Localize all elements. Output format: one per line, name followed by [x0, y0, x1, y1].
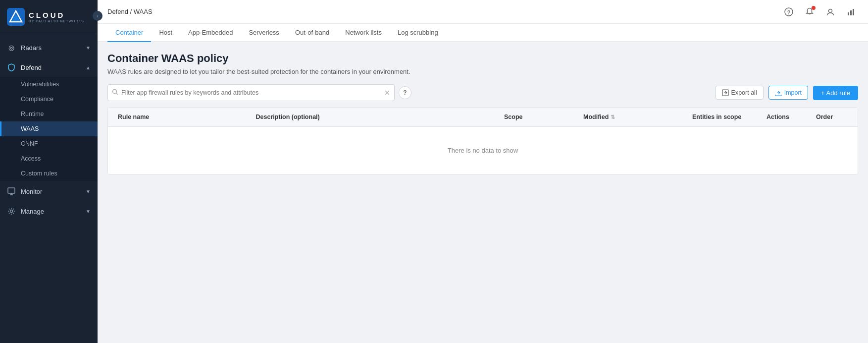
- nav-section-manage: Manage ▼: [0, 202, 98, 221]
- column-header-order: Order: [812, 108, 852, 126]
- sidebar-item-cnnf[interactable]: CNNF: [0, 136, 98, 151]
- tab-serverless[interactable]: Serverless: [241, 24, 287, 42]
- page-description: WAAS rules are designed to let you tailo…: [107, 68, 858, 75]
- sidebar-item-manage-label: Manage: [21, 208, 44, 215]
- svg-point-13: [113, 90, 117, 94]
- chevron-down-icon: ▼: [86, 189, 91, 194]
- help-icon[interactable]: ?: [782, 5, 796, 19]
- sidebar-item-radars[interactable]: ◎ Radars ▼: [0, 38, 98, 57]
- filter-help-button[interactable]: ?: [399, 86, 411, 99]
- svg-rect-3: [8, 188, 15, 193]
- svg-rect-10: [848, 12, 849, 15]
- topbar-actions: ?: [782, 5, 858, 19]
- sidebar: CLOUD BY PALO ALTO NETWORKS ‹ ◎ Radars ▼…: [0, 0, 98, 343]
- export-icon: [722, 89, 729, 96]
- column-header-modified[interactable]: Modified ⇅: [579, 108, 688, 126]
- radars-icon: ◎: [7, 43, 16, 52]
- tab-bar: Container Host App-Embedded Serverless O…: [98, 24, 868, 42]
- sidebar-collapse-button[interactable]: ‹: [93, 11, 102, 21]
- nav-section-monitor: Monitor ▼: [0, 182, 98, 201]
- sidebar-item-manage[interactable]: Manage ▼: [0, 202, 98, 221]
- defend-sub-items: Vulnerabilities Compliance Runtime WAAS …: [0, 77, 98, 181]
- column-header-entities-in-scope: Entities in scope: [688, 108, 763, 126]
- sidebar-item-monitor[interactable]: Monitor ▼: [0, 182, 98, 201]
- svg-point-9: [829, 9, 832, 12]
- svg-point-6: [10, 210, 13, 213]
- export-all-button[interactable]: Export all: [715, 86, 764, 100]
- sidebar-item-defend-label: Defend: [21, 64, 42, 71]
- page-title: Container WAAS policy: [107, 52, 858, 65]
- tab-container[interactable]: Container: [107, 24, 151, 42]
- tab-network-lists[interactable]: Network lists: [337, 24, 390, 42]
- nav-section-defend: Defend ▲ Vulnerabilities Compliance Runt…: [0, 58, 98, 181]
- filter-input[interactable]: [121, 89, 384, 96]
- chevron-down-icon: ▼: [86, 45, 91, 51]
- filter-icon: [112, 89, 118, 97]
- defend-icon: [7, 63, 16, 72]
- chevron-up-icon: ▲: [86, 65, 91, 70]
- main-content: Defend / WAAS ?: [98, 0, 868, 343]
- sidebar-nav: ◎ Radars ▼ Defend ▲ Vulnerabilities: [0, 34, 98, 343]
- page-content: Container WAAS policy WAAS rules are des…: [98, 42, 868, 343]
- sidebar-item-compliance[interactable]: Compliance: [0, 92, 98, 107]
- sidebar-item-access[interactable]: Access: [0, 151, 98, 166]
- toolbar: ✕ ? Export all Import: [107, 84, 858, 101]
- column-header-description: Description (optional): [252, 108, 500, 126]
- sidebar-item-waas[interactable]: WAAS: [0, 121, 98, 136]
- svg-rect-12: [853, 9, 854, 15]
- column-header-scope: Scope: [500, 108, 579, 126]
- user-icon[interactable]: [823, 5, 837, 19]
- sidebar-item-vulnerabilities[interactable]: Vulnerabilities: [0, 77, 98, 92]
- logo-subtitle: BY PALO ALTO NETWORKS: [29, 19, 84, 23]
- data-table: Rule name Description (optional) Scope M…: [107, 107, 858, 174]
- chevron-down-icon: ▼: [86, 209, 91, 214]
- filter-area: ✕ ?: [107, 84, 411, 101]
- breadcrumb-parent: Defend: [107, 8, 130, 15]
- add-rule-button[interactable]: + Add rule: [813, 86, 858, 100]
- monitor-icon: [7, 187, 16, 196]
- breadcrumb-separator: /: [130, 8, 134, 15]
- sidebar-item-monitor-label: Monitor: [21, 188, 42, 195]
- sidebar-item-radars-label: Radars: [21, 44, 42, 52]
- breadcrumb-current: WAAS: [134, 8, 153, 15]
- tab-out-of-band[interactable]: Out-of-band: [287, 24, 337, 42]
- svg-rect-11: [850, 10, 852, 15]
- manage-icon: [7, 207, 16, 216]
- sidebar-item-custom-rules[interactable]: Custom rules: [0, 166, 98, 181]
- logo-title: CLOUD: [29, 11, 84, 19]
- nav-section-radars: ◎ Radars ▼: [0, 38, 98, 57]
- table-empty-message: There is no data to show: [108, 127, 858, 174]
- tab-app-embedded[interactable]: App-Embedded: [180, 24, 241, 42]
- import-icon: [775, 89, 782, 96]
- logo: CLOUD BY PALO ALTO NETWORKS: [0, 0, 98, 34]
- breadcrumb: Defend / WAAS: [107, 8, 153, 15]
- cloud-logo-icon: [7, 8, 25, 26]
- chart-icon[interactable]: [844, 5, 858, 19]
- filter-input-wrap: ✕: [107, 84, 395, 101]
- import-button[interactable]: Import: [768, 86, 808, 100]
- sidebar-item-runtime[interactable]: Runtime: [0, 107, 98, 121]
- svg-line-14: [116, 93, 118, 95]
- column-header-rule-name: Rule name: [114, 108, 252, 126]
- filter-clear-icon[interactable]: ✕: [384, 89, 390, 97]
- notifications-icon[interactable]: [803, 5, 817, 19]
- sort-icon: ⇅: [611, 114, 615, 120]
- notification-badge: [812, 6, 816, 10]
- topbar: Defend / WAAS ?: [98, 0, 868, 24]
- tab-log-scrubbing[interactable]: Log scrubbing: [390, 24, 446, 42]
- table-header: Rule name Description (optional) Scope M…: [108, 108, 858, 127]
- sidebar-item-defend[interactable]: Defend ▲: [0, 58, 98, 77]
- column-header-actions: Actions: [763, 108, 812, 126]
- svg-text:?: ?: [787, 9, 791, 15]
- tab-host[interactable]: Host: [151, 24, 180, 42]
- toolbar-right: Export all Import + Add rule: [715, 86, 858, 100]
